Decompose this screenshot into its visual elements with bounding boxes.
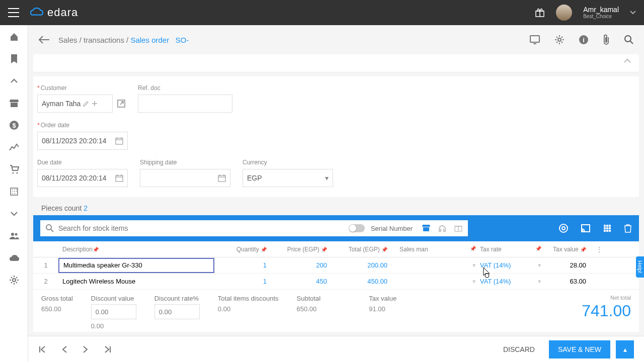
last-page-icon[interactable]: [104, 345, 112, 353]
search-icon: [45, 224, 54, 233]
tax-value-label: Tax value: [369, 295, 396, 302]
svg-point-8: [13, 279, 16, 282]
cloud-icon[interactable]: [9, 252, 20, 263]
first-page-icon[interactable]: [38, 345, 46, 353]
chevron-down-icon[interactable]: [9, 208, 20, 219]
store-icon[interactable]: [422, 224, 431, 233]
gear-icon[interactable]: [9, 275, 20, 286]
order-date-value: 08/11/2023 20:20:14: [42, 137, 106, 145]
more-icon[interactable]: ⋮: [594, 246, 604, 253]
chart-icon[interactable]: [9, 142, 20, 153]
svg-text:$: $: [12, 122, 16, 129]
prev-page-icon[interactable]: [61, 345, 67, 353]
next-page-icon[interactable]: [83, 345, 89, 353]
save-dropdown-button[interactable]: ▴: [616, 340, 634, 358]
save-and-new-button[interactable]: SAVE & NEW: [549, 340, 610, 358]
crumb-sales[interactable]: Sales: [58, 36, 77, 44]
refdoc-input[interactable]: [138, 95, 232, 113]
svg-point-10: [558, 38, 561, 41]
dollar-icon[interactable]: $: [9, 120, 20, 131]
serial-toggle[interactable]: [349, 224, 365, 232]
table-row[interactable]: 1 Multimedia speaker Gr-330 1 200 200.00…: [33, 257, 639, 274]
grid-icon[interactable]: [603, 224, 612, 233]
headset-icon[interactable]: [438, 224, 447, 233]
currency-label: Currency: [243, 159, 333, 166]
shipping-date-input[interactable]: [140, 169, 230, 187]
attachment-icon[interactable]: [603, 34, 610, 45]
svg-rect-15: [116, 138, 123, 144]
gift-icon[interactable]: [454, 224, 463, 233]
table-row[interactable]: 2 Logitech Wireless Mouse 1 450 450.00 ▾…: [33, 274, 639, 290]
chevron-up-icon[interactable]: [624, 58, 631, 63]
settings-icon[interactable]: [554, 35, 565, 45]
user-name: Amr_kamal: [583, 6, 619, 14]
edit-icon[interactable]: [83, 100, 90, 107]
order-date-input[interactable]: 08/11/2023 20:20:14: [37, 132, 128, 150]
shipping-date-label: Shipping date: [140, 159, 230, 166]
svg-point-21: [562, 227, 565, 230]
calendar-icon[interactable]: [218, 174, 226, 182]
salesman-cell[interactable]: ▾: [395, 278, 476, 285]
bookmark-icon[interactable]: [9, 53, 20, 64]
item-search-input[interactable]: [58, 224, 345, 232]
crumb-sales-order[interactable]: Sales order: [130, 36, 169, 44]
people-icon[interactable]: [9, 230, 20, 241]
customer-input[interactable]: Ayman Taha: [37, 95, 113, 113]
building-icon[interactable]: [9, 186, 20, 197]
description-cell[interactable]: Multimedia speaker Gr-330: [58, 258, 214, 273]
svg-point-20: [559, 224, 568, 232]
discard-button[interactable]: DISCARD: [494, 340, 544, 358]
help-tab[interactable]: Help!: [636, 256, 644, 278]
add-icon[interactable]: [92, 101, 98, 107]
gross-total-label: Gross total: [41, 295, 73, 302]
currency-value: EGP: [247, 174, 262, 182]
refdoc-label: Ref. doc: [138, 84, 232, 92]
customer-value: Ayman Taha: [42, 100, 80, 108]
home-icon[interactable]: [9, 31, 20, 42]
discount-value-input[interactable]: 0.00: [91, 304, 136, 319]
due-date-value: 08/11/2023 20:20:14: [42, 174, 106, 182]
user-menu[interactable]: Amr_kamal Best_Choice: [583, 6, 619, 19]
pin-icon[interactable]: 📌: [93, 247, 99, 252]
cart-icon[interactable]: [9, 164, 20, 175]
tax-rate-cell[interactable]: VAT (14%)▾: [476, 278, 541, 285]
brand-text: edara: [47, 6, 78, 19]
salesman-cell[interactable]: ▾: [395, 261, 476, 269]
monitor-icon[interactable]: [529, 35, 540, 45]
description-cell[interactable]: Logitech Wireless Mouse: [58, 278, 214, 285]
search-icon[interactable]: [624, 35, 634, 45]
info-icon[interactable]: i: [579, 35, 589, 45]
serial-label: Serial Number: [371, 225, 413, 232]
calendar-icon[interactable]: [115, 137, 123, 145]
breadcrumb: Sales / transactions / Sales order SO-: [58, 36, 189, 44]
svg-point-6: [11, 233, 14, 236]
cast-icon[interactable]: [581, 224, 591, 233]
order-date-label: Order date: [41, 122, 69, 129]
hamburger-icon[interactable]: [8, 8, 19, 17]
open-external-icon[interactable]: [117, 99, 126, 108]
user-sub: Best_Choice: [583, 14, 619, 19]
gross-total-value: 650.00: [41, 305, 73, 313]
discount-rate-input[interactable]: 0.00: [154, 304, 200, 319]
brand-logo: edara: [29, 6, 78, 19]
collapsed-panel[interactable]: [33, 54, 639, 72]
discount-value-label: Discount value: [91, 295, 136, 302]
delete-icon[interactable]: [624, 223, 632, 233]
avatar[interactable]: [556, 5, 572, 21]
tax-rate-cell[interactable]: VAT (14%)▾: [476, 261, 541, 269]
net-total-label: Net total: [582, 295, 631, 301]
pieces-count: Pieces count2: [33, 201, 639, 215]
crumb-transactions[interactable]: transactions: [84, 36, 124, 44]
item-search-box[interactable]: Serial Number: [40, 220, 468, 236]
target-icon[interactable]: [558, 223, 569, 233]
chevron-up-icon[interactable]: [9, 75, 20, 86]
svg-rect-16: [116, 175, 123, 182]
back-arrow-icon[interactable]: [38, 36, 49, 44]
calendar-icon[interactable]: [115, 174, 123, 182]
store-icon[interactable]: [9, 98, 20, 109]
chevron-down-icon[interactable]: [630, 11, 636, 15]
currency-select[interactable]: EGP ▾: [243, 169, 333, 187]
gift-icon[interactable]: [535, 8, 545, 18]
table-header: Description📌 Quantity 📌 Price (EGP) 📌 To…: [33, 241, 639, 257]
due-date-input[interactable]: 08/11/2023 20:20:14: [37, 169, 128, 187]
